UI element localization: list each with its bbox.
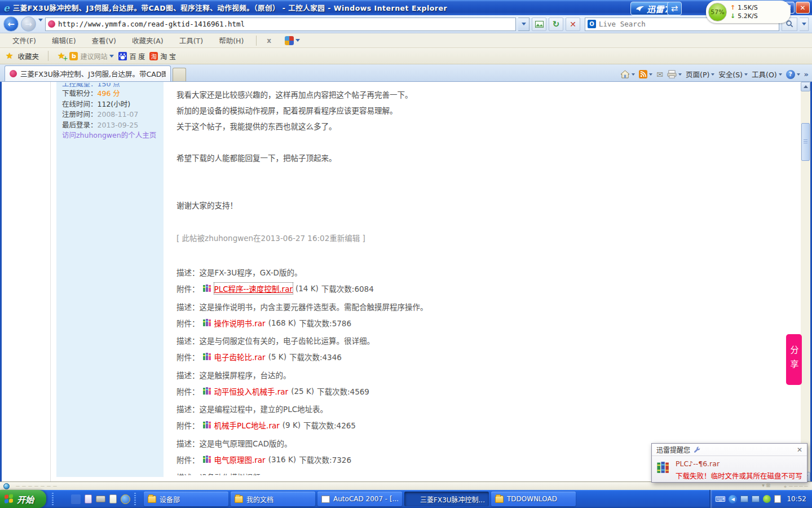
drag-handle[interactable] [52, 493, 54, 505]
menu-close-icon[interactable]: x [261, 37, 277, 45]
url-history-dropdown[interactable] [518, 17, 529, 31]
start-button[interactable]: 开始 [0, 490, 46, 508]
safety-menu-button[interactable]: 安全(S) [718, 69, 748, 80]
quick-launch-icon[interactable] [96, 496, 105, 502]
post-paragraph: 希望下载的人能都能回复一下，把帖子顶起来。 [176, 150, 781, 166]
task-button[interactable]: AutoCAD 2007 - [... [317, 492, 402, 506]
drag-handle[interactable] [134, 493, 136, 505]
display-icon[interactable] [752, 496, 760, 502]
attachment-label: 附件： [176, 454, 200, 465]
chevron-down-icon [632, 73, 635, 76]
status-text: －－－－－－－ [15, 483, 59, 490]
baidu-favorite[interactable]: 百 度 [118, 51, 145, 61]
help-button[interactable]: ? [786, 70, 800, 79]
task-button-icon [321, 496, 330, 503]
attachment-link[interactable]: 电子齿轮比.rar [214, 351, 266, 362]
feeds-button[interactable] [639, 70, 652, 78]
keyboard-layout-icon[interactable]: ⌨ [715, 495, 726, 503]
close-button[interactable]: ✕ [796, 2, 810, 14]
quick-launch-icon[interactable] [71, 494, 81, 504]
post-paragraph [176, 182, 781, 198]
task-button[interactable]: 我的文档 [231, 492, 315, 506]
favorites-star-icon: ★ [6, 51, 13, 61]
menu-item[interactable]: 编辑(E) [44, 35, 84, 46]
suggested-sites-button[interactable]: b 建议网站 [69, 51, 114, 61]
page-border [50, 82, 51, 481]
tab-favicon [10, 70, 17, 77]
xunlei-swap-button[interactable]: ⇄ [667, 2, 682, 15]
taobao-favorite[interactable]: 淘 淘 宝 [149, 51, 176, 61]
popup-close-icon[interactable]: ✕ [797, 446, 802, 454]
xunlei-tray-icon[interactable]: ◀ [729, 495, 737, 503]
new-tab-button[interactable] [173, 68, 186, 81]
recent-pages-dropdown[interactable] [38, 21, 43, 27]
toolbar-overflow-button[interactable]: » [804, 70, 809, 78]
triangle-up-icon [804, 85, 808, 88]
stop-button[interactable]: ✕ [566, 17, 580, 31]
upload-arrow-icon: ↑ [730, 4, 735, 11]
attachment-size: (5 K) [268, 352, 286, 361]
menu-item[interactable]: 查看(V) [84, 35, 124, 46]
attachment-link[interactable]: 电气原理图.rar [214, 454, 266, 465]
failed-file-name[interactable]: PLC♪--¶6.rar [676, 459, 802, 468]
quick-launch-icon[interactable] [121, 494, 130, 504]
task-button[interactable]: TDDOWNLOAD [491, 492, 576, 506]
taskbar-clock[interactable]: 10:52 [787, 495, 806, 503]
attachment-link[interactable]: 操作说明书.rar [214, 317, 266, 329]
attachment-link[interactable]: 动平恒投入机械手.rar [214, 386, 289, 397]
vertical-scrollbar[interactable] [801, 82, 810, 481]
task-button-label: 三菱FX3U脉冲控制... [420, 494, 485, 504]
search-options-dropdown[interactable] [800, 17, 809, 31]
refresh-icon: ↻ [553, 19, 560, 29]
window-titlebar: e 三菱FX3U脉冲控制、J3伺服,台达屏。带CAD图、程序注释、动作视频。（原… [0, 0, 812, 15]
quick-launch-icon[interactable] [58, 494, 67, 504]
menu-item[interactable]: 帮助(H) [211, 35, 251, 46]
read-mail-button[interactable]: ✉ [656, 70, 663, 79]
attachment-link[interactable]: 机械手PLC地址.rar [214, 419, 280, 431]
task-button-icon [235, 496, 243, 503]
browser-viewport: 工控威望：150 点 下载积分：496 分 在线时间：112(小时) 注册时间：… [0, 82, 812, 481]
tab-active[interactable]: 三菱FX3U脉冲控制、J3伺服,台达屏。带CAD图... [5, 65, 171, 81]
menu-item[interactable]: 文件(F) [5, 35, 44, 46]
xunlei-speed-widget[interactable]: 57% ↑1.5K/S ↓5.2K/S [706, 1, 791, 23]
task-button[interactable]: 设备部 [144, 492, 228, 506]
scroll-up-button[interactable] [801, 82, 810, 91]
quick-launch-icon[interactable] [85, 494, 92, 503]
home-icon [620, 70, 630, 78]
url-input[interactable] [58, 20, 513, 28]
attachment-link[interactable]: PLC程序--速度控制.rar [214, 283, 293, 294]
antivirus-icon[interactable] [763, 495, 771, 503]
back-button[interactable]: ← [3, 16, 19, 32]
stat-value: 112(小时) [98, 100, 131, 108]
profile-link[interactable]: 访问zhuhongwen的个人主页 [62, 130, 158, 141]
print-button[interactable] [667, 70, 682, 78]
attachment-label: 附件： [176, 419, 200, 431]
task-button-icon [495, 496, 504, 503]
rar-file-icon [202, 352, 211, 361]
scrollbar-thumb[interactable] [801, 123, 810, 161]
tools-menu-button[interactable]: 工具(O) [752, 69, 782, 80]
compatibility-view-button[interactable] [532, 17, 546, 31]
forward-button[interactable]: → [21, 16, 36, 32]
chevron-down-icon [295, 39, 300, 42]
attachment-label: 附件： [176, 317, 200, 329]
network-icon[interactable] [740, 496, 748, 502]
quick-launch-icon[interactable] [109, 494, 117, 503]
command-bar: ✉ 页面(P) 安全(S) 工具(O) ? » [620, 69, 809, 80]
task-button-label: 设备部 [160, 494, 180, 504]
chevron-down-icon [38, 19, 43, 27]
refresh-button[interactable]: ↻ [549, 17, 563, 31]
chevron-down-icon [109, 55, 114, 58]
attachment-label: 附件： [176, 351, 200, 362]
snagit-toolbar-button[interactable] [285, 36, 300, 45]
menu-item[interactable]: 收藏夹(A) [124, 35, 171, 46]
notes-icon[interactable] [774, 495, 781, 503]
favorites-button[interactable]: 收藏夹 [17, 51, 39, 62]
share-button[interactable]: 分享 [786, 334, 802, 385]
menu-item[interactable]: 工具(T) [171, 35, 211, 46]
home-button[interactable] [620, 70, 635, 78]
task-button[interactable]: 三菱FX3U脉冲控制... [404, 492, 489, 506]
attachment-download-count: 下载次数:6084 [321, 283, 374, 294]
add-favorite-button[interactable]: ★＋ [58, 51, 65, 61]
page-menu-button[interactable]: 页面(P) [686, 69, 714, 80]
